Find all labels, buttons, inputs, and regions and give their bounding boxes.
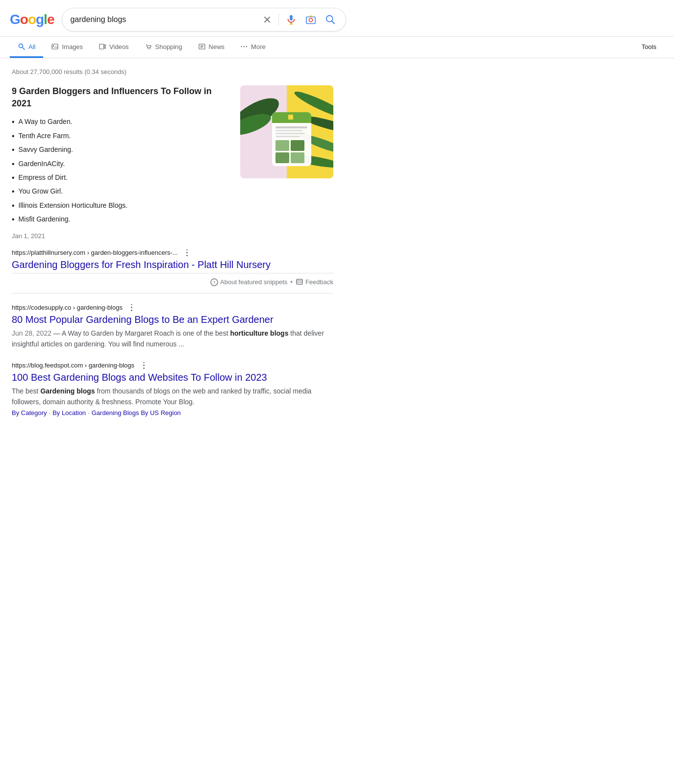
- svg-point-7: [19, 44, 23, 48]
- menu-dot: [186, 252, 188, 253]
- svg-rect-36: [275, 136, 300, 137]
- result-2-sub-links: By Category · By Location · Gardening Bl…: [12, 409, 333, 416]
- feedback-label: Feedback: [305, 278, 333, 286]
- voice-search-button[interactable]: [284, 12, 299, 27]
- result-1-url-row: https://codesupply.co › gardening-blogs: [12, 303, 333, 312]
- search-button[interactable]: [323, 12, 338, 27]
- svg-point-18: [241, 46, 242, 47]
- sub-link-by-us-region[interactable]: Gardening Blogs By US Region: [92, 409, 181, 416]
- tab-videos-label: Videos: [109, 43, 129, 50]
- close-icon: [263, 15, 272, 24]
- snippet-footer: ? About featured snippets • Feedback: [12, 273, 333, 294]
- microphone-icon: [286, 14, 297, 25]
- videos-tab-icon: [99, 43, 106, 50]
- camera-icon: [305, 14, 316, 25]
- logo-letter-o2: o: [28, 12, 36, 27]
- svg-rect-33: [275, 126, 307, 128]
- news-tab-icon: [198, 43, 206, 50]
- header: Google gardening blogs: [0, 0, 674, 37]
- snippet-source-title[interactable]: Gardening Bloggers for Fresh Inspiration…: [12, 258, 333, 271]
- about-snippets-label: About featured snippets: [220, 278, 287, 286]
- svg-line-6: [332, 21, 335, 24]
- search-divider: [278, 14, 279, 25]
- tab-news-label: News: [209, 43, 225, 50]
- snippet-list: A Way to Garden. Tenth Acre Farm. Savvy …: [12, 117, 230, 225]
- about-snippets[interactable]: ? About featured snippets: [210, 278, 287, 286]
- tab-shopping[interactable]: Shopping: [137, 37, 190, 58]
- search-bar-icons: [261, 12, 338, 27]
- tab-more[interactable]: More: [232, 37, 274, 58]
- feedback-button[interactable]: Feedback: [296, 278, 333, 286]
- list-item: Illinois Extension Horticulture Blogs.: [12, 200, 230, 211]
- list-item: Empress of Dirt.: [12, 172, 230, 183]
- tab-shopping-label: Shopping: [155, 43, 182, 50]
- result-2-snippet: The best Gardening blogs from thousands …: [12, 386, 333, 407]
- search-tab-icon: [18, 43, 25, 50]
- nav-tabs: All Images Videos Shopping: [0, 37, 674, 58]
- result-1-menu-button[interactable]: [127, 303, 136, 312]
- menu-dot: [131, 310, 132, 311]
- svg-rect-35: [275, 133, 305, 134]
- svg-point-10: [53, 45, 54, 46]
- list-item: Tenth Acre Farm.: [12, 131, 230, 142]
- menu-dot: [186, 249, 188, 251]
- svg-rect-39: [275, 152, 289, 163]
- menu-dot: [186, 255, 188, 256]
- result-2-menu-button[interactable]: [139, 361, 148, 370]
- svg-point-12: [148, 49, 149, 49]
- list-item: You Grow Girl.: [12, 186, 230, 197]
- svg-rect-0: [290, 15, 293, 21]
- svg-rect-34: [275, 130, 302, 131]
- search-input[interactable]: gardening blogs: [70, 15, 256, 24]
- result-1-url: https://codesupply.co › gardening-blogs: [12, 304, 123, 311]
- sub-link-by-location[interactable]: By Location: [52, 409, 86, 416]
- menu-dot: [143, 365, 145, 366]
- svg-rect-11: [100, 44, 104, 49]
- snippet-title: 9 Garden Bloggers and Influencers To Fol…: [12, 85, 230, 110]
- main-content: About 27,700,000 results (0.34 seconds) …: [0, 58, 343, 438]
- svg-rect-37: [275, 140, 289, 151]
- svg-rect-43: [297, 279, 302, 284]
- tab-all[interactable]: All: [10, 37, 43, 58]
- search-icon: [325, 14, 336, 25]
- search-bar: gardening blogs: [62, 8, 346, 31]
- svg-text:?: ?: [213, 280, 216, 285]
- tab-news[interactable]: News: [190, 37, 233, 58]
- menu-dot: [143, 368, 145, 369]
- featured-snippet: 9 Garden Bloggers and Influencers To Fol…: [12, 85, 333, 245]
- images-tab-icon: [51, 43, 59, 50]
- tab-videos[interactable]: Videos: [91, 37, 137, 58]
- snippet-source-url: https://platthillnursery.com › garden-bl…: [12, 249, 178, 256]
- clear-button[interactable]: [261, 13, 274, 26]
- tab-images[interactable]: Images: [43, 37, 91, 58]
- svg-rect-32: [288, 115, 293, 120]
- sub-link-by-category[interactable]: By Category: [12, 409, 47, 416]
- result-2-url: https://blog.feedspot.com › gardening-bl…: [12, 362, 134, 369]
- image-search-button[interactable]: [303, 12, 318, 27]
- tab-all-label: All: [28, 43, 35, 50]
- result-2-url-row: https://blog.feedspot.com › gardening-bl…: [12, 361, 333, 370]
- tab-more-label: More: [251, 43, 266, 50]
- list-item: GardenInACity.: [12, 159, 230, 170]
- tab-images-label: Images: [62, 43, 83, 50]
- logo-letter-e: e: [47, 12, 54, 27]
- tools-tab[interactable]: Tools: [634, 37, 664, 58]
- logo-letter-o1: o: [20, 12, 28, 27]
- svg-point-13: [150, 49, 150, 49]
- result-2-title[interactable]: 100 Best Gardening Blogs and Websites To…: [12, 371, 333, 384]
- result-1-title[interactable]: 80 Most Popular Gardening Blogs to Be an…: [12, 313, 333, 326]
- snippet-source-url-row: https://platthillnursery.com › garden-bl…: [12, 248, 333, 257]
- snippet-content: 9 Garden Bloggers and Influencers To Fol…: [12, 85, 230, 245]
- flag-icon: [296, 278, 303, 286]
- search-result-2: https://blog.feedspot.com › gardening-bl…: [12, 361, 333, 416]
- list-item: Savvy Gardening.: [12, 145, 230, 155]
- snippet-image: [240, 85, 333, 178]
- svg-line-8: [23, 48, 25, 49]
- snippet-menu-button[interactable]: [183, 248, 192, 257]
- svg-rect-38: [291, 140, 304, 151]
- list-item: Misfit Gardening.: [12, 214, 230, 225]
- svg-point-19: [244, 46, 245, 47]
- google-logo: Google: [10, 12, 54, 27]
- question-icon: ?: [210, 278, 218, 286]
- logo-letter-g2: g: [36, 12, 44, 27]
